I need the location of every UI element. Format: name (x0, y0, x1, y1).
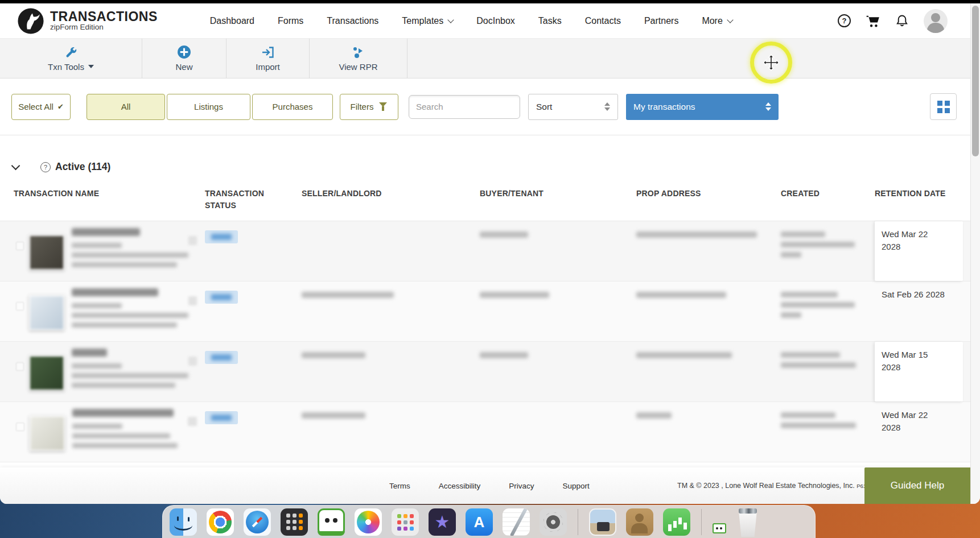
redacted-flag-icon (188, 417, 197, 426)
wolf-logo-icon (17, 7, 44, 35)
app-logo[interactable]: TRANSACTIONS zipForm Edition (17, 7, 158, 35)
row-checkbox[interactable] (16, 423, 24, 431)
footer-link-terms[interactable]: Terms (389, 482, 410, 490)
redacted-buyer (480, 231, 528, 238)
help-icon[interactable] (838, 14, 851, 27)
redacted-address (636, 412, 672, 419)
click-highlight-ring (750, 42, 792, 84)
nav-links: Dashboard Forms Transactions Templates D… (210, 16, 732, 26)
redacted-address (636, 352, 732, 358)
transaction-thumbnail[interactable] (29, 355, 64, 391)
nav-item-partners[interactable]: Partners (644, 16, 678, 26)
footer-link-accessibility[interactable]: Accessibility (439, 482, 481, 490)
dock-app-store-icon[interactable] (466, 508, 493, 536)
view-rpr-button[interactable]: View RPR (310, 39, 407, 78)
retention-date: Wed Mar 22 2028 (875, 402, 963, 462)
redacted-text (72, 243, 122, 248)
chevron-down-icon (448, 16, 454, 23)
cart-icon[interactable] (866, 14, 880, 28)
table-row[interactable]: Wed Mar 15 2028 (0, 342, 970, 402)
avatar[interactable] (924, 9, 948, 33)
row-checkbox[interactable] (16, 362, 24, 371)
status-link[interactable] (205, 291, 238, 304)
dock-imovie-icon[interactable] (429, 508, 456, 536)
notifications-bell-icon[interactable] (895, 14, 909, 28)
nav-item-more[interactable]: More (702, 16, 732, 26)
dock-contacts-icon[interactable] (626, 508, 653, 536)
new-button[interactable]: New (142, 39, 227, 78)
status-link[interactable] (205, 411, 238, 424)
redacted-text (72, 373, 188, 378)
nav-item-templates[interactable]: Templates (402, 16, 453, 26)
footer-link-privacy[interactable]: Privacy (509, 482, 534, 490)
nav-item-forms[interactable]: Forms (278, 16, 303, 26)
redacted-flag-icon (188, 357, 197, 366)
nav-item-transactions[interactable]: Transactions (327, 16, 378, 26)
top-nav: TRANSACTIONS zipForm Edition Dashboard F… (0, 3, 970, 39)
nav-item-tasks[interactable]: Tasks (538, 16, 562, 26)
desktop: TRANSACTIONS zipForm Edition Dashboard F… (0, 0, 980, 538)
search-input[interactable] (409, 95, 520, 119)
dock-calculator-icon[interactable] (281, 508, 308, 536)
table-row[interactable]: Sat Feb 26 2028 (0, 282, 970, 342)
vertical-scrollbar[interactable] (970, 3, 980, 504)
redacted-created (781, 312, 801, 318)
table-row[interactable]: Wed Mar 22 2028 (0, 221, 970, 282)
page-footer: Terms Accessibility Privacy Support TM &… (0, 467, 970, 504)
scrollbar-thumb[interactable] (972, 6, 979, 156)
brand-title: TRANSACTIONS (50, 10, 158, 23)
transaction-thumbnail[interactable] (30, 416, 65, 451)
redacted-buyer (480, 292, 549, 298)
brand-subtitle: zipForm Edition (50, 23, 158, 31)
filters-button[interactable]: Filters (340, 94, 398, 120)
section-title: Active (114) (55, 161, 110, 173)
dock-trash-icon[interactable] (736, 508, 760, 537)
dock-launchpad-icon[interactable] (392, 508, 419, 536)
dock-safari-icon[interactable] (244, 508, 271, 536)
dock-photos-icon[interactable] (355, 508, 382, 536)
row-checkbox[interactable] (16, 242, 24, 250)
status-link[interactable] (205, 230, 238, 243)
dock-system-settings-icon[interactable] (540, 508, 567, 536)
footer-link-support[interactable]: Support (563, 482, 590, 490)
nav-item-contacts[interactable]: Contacts (585, 16, 621, 26)
redacted-created (781, 231, 825, 237)
import-button[interactable]: Import (227, 39, 310, 78)
select-all-button[interactable]: Select All (11, 94, 71, 120)
nav-item-docinbox[interactable]: DocInbox (476, 16, 515, 26)
transactions-list: Active (114) TRANSACTION NAME TRANSACTIO… (0, 136, 970, 467)
tab-all[interactable]: All (87, 94, 165, 120)
tab-listings[interactable]: Listings (167, 94, 250, 120)
redacted-text (72, 443, 178, 448)
grid-view-toggle-button[interactable] (930, 93, 957, 120)
dock-finder-icon[interactable] (170, 508, 197, 536)
dock-notes-icon[interactable] (503, 508, 530, 536)
tab-purchases[interactable]: Purchases (252, 94, 333, 120)
txn-tools-button[interactable]: Txn Tools (0, 39, 142, 78)
column-header: SELLER/LANDLORD (302, 188, 480, 212)
status-link[interactable] (205, 351, 238, 364)
transaction-thumbnail[interactable] (29, 295, 64, 330)
nav-item-dashboard[interactable]: Dashboard (210, 16, 254, 26)
redacted-created (781, 423, 856, 428)
dock-minimized-chart-window-icon[interactable] (663, 508, 690, 536)
row-checkbox[interactable] (16, 302, 24, 311)
guided-help-button[interactable]: Guided Help (864, 467, 970, 504)
sort-select[interactable]: Sort (528, 94, 618, 120)
dock-roboform-icon[interactable] (318, 508, 345, 536)
sort-arrows-icon (604, 102, 610, 111)
dock-roboform-mini-icon[interactable] (713, 523, 726, 533)
chevron-down-icon (727, 16, 733, 23)
section-help-icon[interactable] (40, 162, 51, 172)
dock-minimized-photo-window-icon[interactable] (589, 508, 616, 536)
redacted-text (72, 322, 177, 328)
redacted-text (72, 363, 122, 369)
transaction-toolbar: Txn Tools New Import View RPR (0, 39, 970, 78)
dock-chrome-icon[interactable] (207, 508, 234, 536)
table-row[interactable]: Wed Mar 22 2028 (0, 402, 970, 462)
column-header: CREATED (781, 188, 875, 212)
collapse-chevron-icon[interactable] (11, 161, 20, 170)
active-section-header: Active (114) (13, 161, 970, 173)
transactions-view-select[interactable]: My transactions (626, 94, 779, 120)
transaction-thumbnail[interactable] (29, 235, 64, 270)
